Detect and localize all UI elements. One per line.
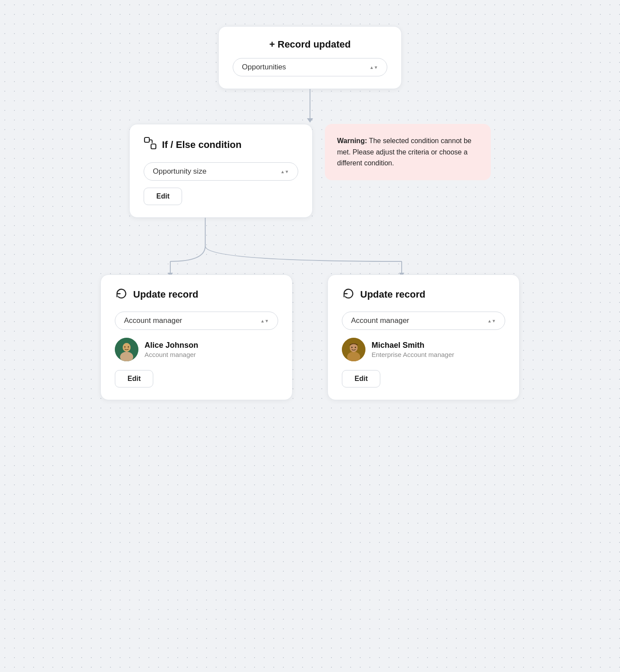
alice-name: Alice Johnson	[145, 341, 198, 350]
if-else-title-row: If / Else condition	[144, 137, 298, 153]
right-account-chevron-icon: ▲▼	[487, 319, 496, 323]
record-updated-card: + Record updated Opportunities ▲▼	[218, 26, 402, 89]
alice-avatar	[115, 338, 138, 361]
michael-info: Michael Smith Enterprise Account manager	[372, 341, 454, 358]
svg-point-12	[128, 346, 129, 348]
bottom-row: Update record Account manager ▲▼	[70, 274, 550, 400]
condition-chevron-icon: ▲▼	[280, 169, 289, 174]
left-update-card: Update record Account manager ▲▼	[100, 274, 293, 400]
svg-point-17	[351, 347, 353, 348]
connector-top	[307, 89, 313, 124]
record-updated-title: + Record updated	[233, 39, 387, 50]
chevron-icon: ▲▼	[369, 65, 378, 70]
left-account-chevron-icon: ▲▼	[260, 319, 269, 323]
arrow-down-1	[307, 118, 313, 123]
left-update-title: Update record	[133, 289, 198, 300]
left-account-dropdown-value: Account manager	[124, 316, 182, 325]
warning-box: Warning: The selected condition cannot b…	[325, 124, 491, 180]
right-user-row: Michael Smith Enterprise Account manager	[342, 338, 505, 361]
left-user-row: Alice Johnson Account manager	[115, 338, 278, 361]
svg-marker-5	[168, 273, 173, 274]
condition-dropdown[interactable]: Opportunity size ▲▼	[144, 162, 298, 181]
left-edit-button[interactable]: Edit	[115, 370, 153, 387]
trigger-dropdown-value: Opportunities	[242, 63, 286, 72]
right-account-dropdown[interactable]: Account manager ▲▼	[342, 312, 505, 330]
if-else-icon	[144, 137, 157, 153]
svg-rect-0	[145, 137, 149, 142]
if-else-card: If / Else condition Opportunity size ▲▼ …	[129, 124, 313, 218]
right-edit-button[interactable]: Edit	[342, 370, 380, 387]
condition-dropdown-value: Opportunity size	[153, 167, 207, 176]
flow-container: + Record updated Opportunities ▲▼ If /	[70, 26, 550, 400]
michael-name: Michael Smith	[372, 341, 454, 350]
condition-edit-button[interactable]: Edit	[144, 188, 182, 205]
svg-rect-1	[151, 144, 156, 149]
svg-point-18	[355, 347, 356, 348]
svg-marker-6	[399, 273, 404, 274]
connector-line-1	[310, 89, 310, 119]
right-update-title-row: Update record	[342, 287, 505, 302]
if-else-title: If / Else condition	[162, 139, 241, 151]
alice-info: Alice Johnson Account manager	[145, 341, 198, 358]
left-update-title-row: Update record	[115, 287, 278, 302]
left-account-dropdown[interactable]: Account manager ▲▼	[115, 312, 278, 330]
right-account-dropdown-value: Account manager	[351, 316, 409, 325]
alice-role: Account manager	[145, 351, 198, 358]
warning-bold: Warning:	[337, 137, 367, 144]
update-icon-right	[342, 287, 355, 302]
ifelse-row: If / Else condition Opportunity size ▲▼ …	[129, 124, 491, 218]
branch-svg	[114, 218, 506, 274]
svg-point-11	[124, 346, 126, 348]
right-update-card: Update record Account manager ▲▼	[327, 274, 520, 400]
michael-role: Enterprise Account manager	[372, 351, 454, 358]
right-update-title: Update record	[360, 289, 425, 300]
michael-avatar	[342, 338, 365, 361]
branch-connectors	[114, 218, 506, 274]
update-icon-left	[115, 287, 128, 302]
trigger-dropdown[interactable]: Opportunities ▲▼	[233, 58, 387, 76]
svg-point-10	[123, 343, 131, 352]
